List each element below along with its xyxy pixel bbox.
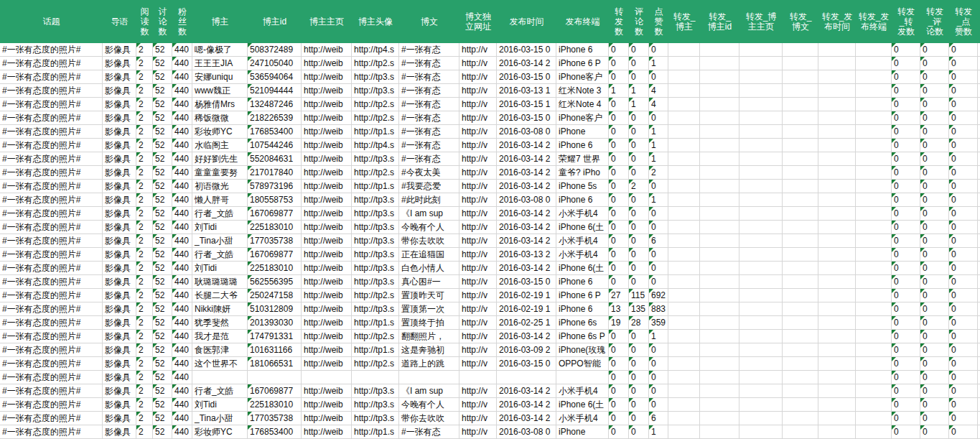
cell-likes[interactable]: 0 bbox=[649, 111, 668, 125]
cell-rt_post[interactable] bbox=[783, 343, 818, 357]
cell-topic[interactable]: #一张有态度的照片# bbox=[0, 316, 103, 330]
cell-rt_comments[interactable]: 0 bbox=[920, 343, 949, 357]
cell-post[interactable]: 正在追猫国 bbox=[399, 248, 459, 262]
cell-rt_pub_terminal[interactable] bbox=[856, 289, 892, 302]
column-header-rt_blogger_id[interactable]: 转发_ 博主id bbox=[700, 0, 739, 43]
cell-lead[interactable]: 影像具 bbox=[103, 262, 136, 275]
cell-rt_blogger_home[interactable] bbox=[739, 262, 783, 275]
cell-reads[interactable]: 2 bbox=[136, 57, 153, 70]
cell-rt_blogger[interactable] bbox=[668, 384, 700, 398]
cell-fans[interactable]: 440 bbox=[172, 70, 192, 84]
cell-rt_pub_terminal[interactable] bbox=[856, 412, 892, 425]
cell-blogger_id[interactable]: 247105040 bbox=[248, 57, 302, 70]
cell-rt_post[interactable] bbox=[783, 98, 818, 111]
cell-pub_time[interactable]: 2016-03-08 0 bbox=[497, 425, 556, 439]
cell-blogger_id[interactable]: 510312809 bbox=[248, 302, 302, 316]
cell-reposts[interactable]: 0 bbox=[609, 262, 629, 275]
cell-rt_blogger[interactable] bbox=[668, 371, 700, 384]
cell-rt_blogger_id[interactable] bbox=[700, 180, 739, 193]
cell-fans[interactable]: 440 bbox=[172, 193, 192, 207]
cell-post_url[interactable]: http://v bbox=[459, 221, 497, 234]
cell-rt_pub_terminal[interactable] bbox=[856, 193, 892, 207]
cell-reads[interactable]: 2 bbox=[136, 330, 153, 343]
cell-likes[interactable]: 0 bbox=[649, 207, 668, 221]
cell-reads[interactable]: 2 bbox=[136, 275, 153, 289]
cell-rt_likes[interactable]: 0 bbox=[949, 43, 978, 57]
cell-rt_pub_terminal[interactable] bbox=[856, 316, 892, 330]
cell-rt_pub_terminal[interactable] bbox=[856, 180, 892, 193]
cell-likes[interactable]: 1 bbox=[649, 425, 668, 439]
cell-discussions[interactable]: 52 bbox=[153, 57, 172, 70]
cell-pub_time[interactable]: 2016-03-14 2 bbox=[497, 398, 556, 412]
cell-reposts[interactable]: 13 bbox=[609, 302, 629, 316]
cell-discussions[interactable]: 52 bbox=[153, 412, 172, 425]
cell-comments[interactable]: 0 bbox=[629, 70, 649, 84]
cell-lead[interactable]: 影像具 bbox=[103, 43, 136, 57]
cell-rt_blogger_id[interactable] bbox=[700, 412, 739, 425]
cell-rt_pub_terminal[interactable] bbox=[856, 330, 892, 343]
cell-fans[interactable]: 440 bbox=[172, 398, 192, 412]
cell-rt_blogger[interactable] bbox=[668, 316, 700, 330]
cell-rt_reposts[interactable]: 0 bbox=[892, 193, 920, 207]
cell-post[interactable]: #一张有态 bbox=[399, 152, 459, 166]
cell-rt_comments[interactable]: 0 bbox=[920, 262, 949, 275]
cell-post_url[interactable]: http://v bbox=[459, 84, 497, 98]
cell-post_url[interactable]: http://v bbox=[459, 398, 497, 412]
column-header-rt_likes[interactable]: 转发 _点 赞数 bbox=[949, 0, 978, 43]
cell-rt_blogger_home[interactable] bbox=[739, 125, 783, 139]
cell-post[interactable]: 今晚有个人 bbox=[399, 221, 459, 234]
cell-blogger_avatar[interactable]: http://tp4.s bbox=[352, 139, 399, 152]
cell-reposts[interactable]: 0 bbox=[609, 111, 629, 125]
cell-reads[interactable]: 2 bbox=[136, 412, 153, 425]
cell-blogger[interactable]: 行者_文皓 bbox=[192, 384, 248, 398]
cell-reposts[interactable]: 0 bbox=[609, 139, 629, 152]
cell-rt_reposts[interactable]: 0 bbox=[892, 425, 920, 439]
cell-post[interactable]: 今晚有个人 bbox=[399, 398, 459, 412]
cell-reposts[interactable]: 0 bbox=[609, 57, 629, 70]
cell-discussions[interactable]: 52 bbox=[153, 234, 172, 248]
cell-rt_post[interactable] bbox=[783, 302, 818, 316]
cell-blogger_avatar[interactable]: http://tp3.s bbox=[352, 384, 399, 398]
cell-reposts[interactable]: 0 bbox=[609, 152, 629, 166]
cell-topic[interactable]: #一张有态度的照片# bbox=[0, 84, 103, 98]
cell-blogger_avatar[interactable]: http://tp3.s bbox=[352, 275, 399, 289]
cell-likes[interactable]: 0 bbox=[649, 275, 668, 289]
cell-post_url[interactable]: http://v bbox=[459, 330, 497, 343]
cell-rt_likes[interactable]: 0 bbox=[949, 262, 978, 275]
cell-rt_blogger_id[interactable] bbox=[700, 330, 739, 343]
cell-rt_post[interactable] bbox=[783, 384, 818, 398]
cell-rt_pub_time[interactable] bbox=[818, 398, 856, 412]
cell-rt_blogger_id[interactable] bbox=[700, 166, 739, 180]
cell-rt_reposts[interactable]: 0 bbox=[892, 398, 920, 412]
cell-rt_likes[interactable]: 0 bbox=[949, 316, 978, 330]
cell-rt_likes[interactable]: 0 bbox=[949, 357, 978, 371]
cell-rt_post[interactable] bbox=[783, 180, 818, 193]
cell-pub_time[interactable]: 2016-03-14 2 bbox=[497, 139, 556, 152]
cell-post[interactable]: 置顶昨天可 bbox=[399, 289, 459, 302]
cell-rt_likes[interactable]: 0 bbox=[949, 371, 978, 384]
cell-rt_comments[interactable]: 0 bbox=[920, 425, 949, 439]
cell-pub_terminal[interactable]: 小米手机4 bbox=[556, 384, 609, 398]
cell-likes[interactable]: 0 bbox=[649, 371, 668, 384]
cell-topic[interactable]: #一张有态度的照片# bbox=[0, 398, 103, 412]
cell-blogger_home[interactable]: http://weib bbox=[302, 234, 352, 248]
cell-blogger_avatar[interactable]: http://tp3.s bbox=[352, 412, 399, 425]
cell-rt_blogger_id[interactable] bbox=[700, 43, 739, 57]
cell-pub_time[interactable]: 2016-02-19 1 bbox=[497, 302, 556, 316]
cell-blogger_avatar[interactable]: http://tp1.s bbox=[352, 343, 399, 357]
cell-rt_blogger_id[interactable] bbox=[700, 207, 739, 221]
cell-comments[interactable]: 0 bbox=[629, 343, 649, 357]
column-header-reads[interactable]: 阅 读 数 bbox=[136, 0, 153, 43]
cell-likes[interactable]: 1 bbox=[649, 125, 668, 139]
cell-rt_pub_terminal[interactable] bbox=[856, 221, 892, 234]
cell-reads[interactable]: 2 bbox=[136, 425, 153, 439]
cell-comments[interactable]: 0 bbox=[629, 357, 649, 371]
cell-post[interactable]: 这是奔驰初 bbox=[399, 343, 459, 357]
cell-lead[interactable]: 影像具 bbox=[103, 398, 136, 412]
cell-blogger_avatar[interactable]: http://tp3.s bbox=[352, 221, 399, 234]
cell-lead[interactable]: 影像具 bbox=[103, 207, 136, 221]
cell-lead[interactable]: 影像具 bbox=[103, 412, 136, 425]
cell-lead[interactable]: 影像具 bbox=[103, 221, 136, 234]
cell-comments[interactable]: 0 bbox=[629, 398, 649, 412]
column-header-pub_terminal[interactable]: 发布终端 bbox=[556, 0, 609, 43]
